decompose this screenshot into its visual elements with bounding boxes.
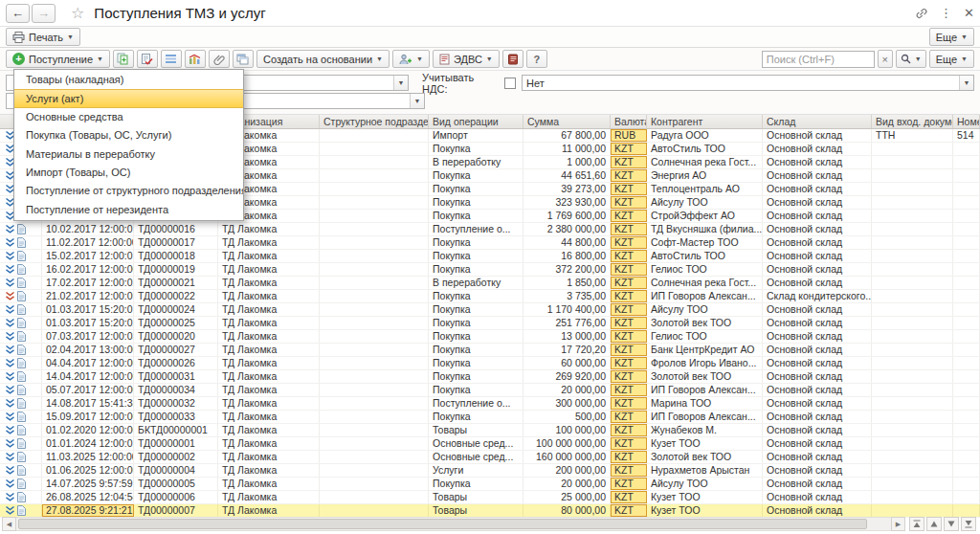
table-row[interactable]: 16.02.2017 12:00:00ТД00000019ТД ЛакомкаП… — [0, 263, 980, 277]
cell-date: 11.03.2025 12:00:00 — [42, 451, 134, 463]
cell-date: 14.07.2025 9:57:59 — [42, 478, 134, 490]
table-row[interactable]: 04.04.2017 12:00:00ТД00000026ТД ЛакомкаП… — [0, 357, 980, 370]
table-row[interactable]: 21.02.2017 12:00:05ТД00000022ТД ЛакомкаП… — [0, 290, 980, 303]
cell-doctype — [872, 384, 953, 396]
go-top-button[interactable] — [909, 517, 924, 531]
table-row[interactable]: 01.02.2020 12:00:00БКТД00000001ТД Лакомк… — [0, 424, 980, 437]
table-row[interactable]: 10.02.2017 12:00:01ТД00000016ТД ЛакомкаП… — [0, 223, 980, 236]
vat-checkbox[interactable] — [504, 78, 516, 89]
menu-item[interactable]: Поступление от структурного подразделени… — [14, 182, 243, 200]
cell-unit — [320, 183, 429, 195]
document-movements-button[interactable] — [161, 50, 182, 68]
cell-sum: 25 000,00 — [523, 491, 611, 503]
cell-docnum: 514 — [953, 129, 980, 142]
chevron-down-icon[interactable]: ▼ — [959, 76, 973, 90]
cell-date: 26.08.2025 12:04:54 — [42, 491, 134, 503]
horizontal-scrollbar[interactable]: ◀ ▶ — [2, 517, 905, 531]
menu-item[interactable]: Основные средства — [14, 108, 243, 126]
link-icon[interactable] — [915, 7, 928, 20]
cell-unit — [320, 303, 429, 316]
related-documents-button[interactable] — [233, 50, 254, 68]
close-icon[interactable]: ✕ — [964, 7, 974, 19]
cell-docnum — [953, 478, 980, 490]
postuplenie-create-button[interactable]: + Поступление ▼ — [6, 50, 110, 68]
forward-button[interactable]: → — [32, 4, 56, 23]
table-row[interactable]: 01.03.2017 15:20:01ТД00000024ТД ЛакомкаП… — [0, 303, 980, 317]
table-row[interactable]: 01.01.2024 12:00:01ТД00000001ТД ЛакомкаО… — [0, 437, 980, 451]
scroll-right-icon[interactable]: ▶ — [891, 517, 905, 531]
page-down-button[interactable] — [944, 517, 959, 531]
menu-item[interactable]: Услуги (акт) — [14, 89, 243, 107]
cell-contr: Кузет ТОО — [647, 437, 763, 450]
journal-button[interactable] — [502, 50, 523, 68]
print-button[interactable]: Печать ▼ — [6, 28, 80, 46]
column-header-cur[interactable]: Валюта — [611, 115, 647, 128]
edvs-button[interactable]: ЭДВС ▼ — [433, 50, 500, 68]
page-up-button[interactable] — [926, 517, 942, 531]
table-row[interactable]: 07.03.2017 12:00:03ТД00000020ТД ЛакомкаП… — [0, 330, 980, 344]
scrollbar-track[interactable] — [16, 517, 891, 531]
menu-item[interactable]: Покупка (Товары, ОС, Услуги) — [14, 126, 243, 145]
favorite-star-icon[interactable]: ☆ — [71, 4, 84, 22]
menu-dots-icon[interactable]: ⋮ — [940, 7, 952, 19]
menu-item[interactable]: Товары (накладная) — [14, 71, 243, 89]
more-button-toolbar[interactable]: Еще ▼ — [929, 50, 974, 68]
post-document-button[interactable] — [137, 50, 158, 68]
menu-item[interactable]: Материалы в переработку — [14, 145, 243, 164]
add-contact-button[interactable]: ▼ — [392, 50, 430, 68]
column-header-docnum[interactable]: Номер вх — [953, 115, 980, 128]
document-icon — [17, 438, 26, 449]
table-row[interactable]: 02.04.2017 13:00:00ТД00000027ТД ЛакомкаП… — [0, 344, 980, 357]
back-button[interactable]: ← — [6, 4, 30, 23]
cell-wh: Основной склад — [763, 424, 872, 436]
table-row[interactable]: 17.02.2017 12:00:02ТД00000021ТД ЛакомкаВ… — [0, 277, 980, 290]
table-row[interactable]: 15.02.2017 12:00:01ТД00000018ТД ЛакомкаП… — [0, 250, 980, 263]
menu-item[interactable]: Импорт (Товары, ОС) — [14, 164, 243, 182]
table-row[interactable]: 01.06.2025 12:00:00ТД00000004ТД ЛакомкаУ… — [0, 464, 980, 478]
cell-op: Услуги — [429, 464, 523, 477]
cell-unit — [320, 143, 429, 155]
scroll-left-icon[interactable]: ◀ — [2, 517, 16, 531]
menu-item[interactable]: Поступление от нерезидента — [14, 201, 243, 219]
go-bottom-button[interactable] — [961, 517, 976, 531]
table-row[interactable]: 05.07.2017 12:00:00ТД00000034ТД ЛакомкаП… — [0, 384, 980, 397]
search-input[interactable] — [762, 51, 875, 68]
more-button-top[interactable]: Еще ▼ — [929, 28, 974, 46]
table-row[interactable]: 15.09.2017 12:00:00ТД00000033ТД ЛакомкаП… — [0, 411, 980, 424]
table-row[interactable]: 14.04.2017 12:00:00ТД00000031ТД ЛакомкаП… — [0, 370, 980, 384]
dtkt-report-button[interactable] — [185, 50, 206, 68]
column-header-sum[interactable]: Сумма — [523, 115, 611, 128]
chevron-down-icon[interactable]: ▼ — [410, 94, 424, 108]
column-header-wh[interactable]: Склад — [763, 115, 872, 128]
cell-unit — [320, 411, 429, 423]
table-row[interactable]: 01.03.2017 15:20:02ТД00000025ТД ЛакомкаП… — [0, 317, 980, 330]
cell-org: ТД Лакомка — [218, 451, 320, 463]
cell-wh: Основной склад — [763, 303, 872, 316]
posted-icon — [5, 371, 15, 382]
chevron-down-icon[interactable]: ▼ — [393, 76, 408, 90]
page-title: Поступления ТМЗ и услуг — [94, 5, 265, 21]
table-row[interactable]: 27.08.2025 9:21:21ТД00000007ТД ЛакомкаТо… — [0, 504, 980, 518]
cell-cur: KZT — [611, 330, 647, 343]
copy-document-button[interactable] — [113, 50, 134, 68]
column-header-contr[interactable]: Контрагент — [647, 115, 763, 128]
table-row[interactable]: 26.08.2025 12:04:54ТД00000006ТД ЛакомкаТ… — [0, 491, 980, 504]
column-header-doctype[interactable]: Вид вход. документа — [872, 115, 953, 128]
scrollbar-thumb[interactable] — [18, 519, 867, 529]
column-header-op[interactable]: Вид операции — [429, 115, 523, 128]
table-row[interactable]: 11.03.2025 12:00:00ТД00000002ТД ЛакомкаО… — [0, 451, 980, 464]
cell-docnum — [953, 236, 980, 249]
search-options-button[interactable]: ▼ — [896, 50, 926, 68]
table-row[interactable]: 11.02.2017 12:00:00ТД00000017ТД ЛакомкаП… — [0, 236, 980, 250]
vat-combo[interactable]: Нет ▼ — [522, 75, 974, 91]
cell-doctype — [872, 277, 953, 289]
table-row[interactable]: 14.07.2025 9:57:59ТД00000005ТД ЛакомкаПо… — [0, 478, 980, 491]
column-header-unit[interactable]: Структурное подразделение — [320, 115, 429, 128]
cell-docnum — [953, 384, 980, 396]
help-button[interactable]: ? — [526, 50, 547, 68]
clear-search-button[interactable]: × — [878, 50, 893, 68]
table-row[interactable]: 14.08.2017 15:41:38ТД00000032ТД ЛакомкаП… — [0, 397, 980, 411]
cell-wh: Основной склад — [763, 263, 872, 276]
create-based-button[interactable]: Создать на основании ▼ — [256, 50, 390, 68]
attachments-button[interactable] — [209, 50, 230, 68]
